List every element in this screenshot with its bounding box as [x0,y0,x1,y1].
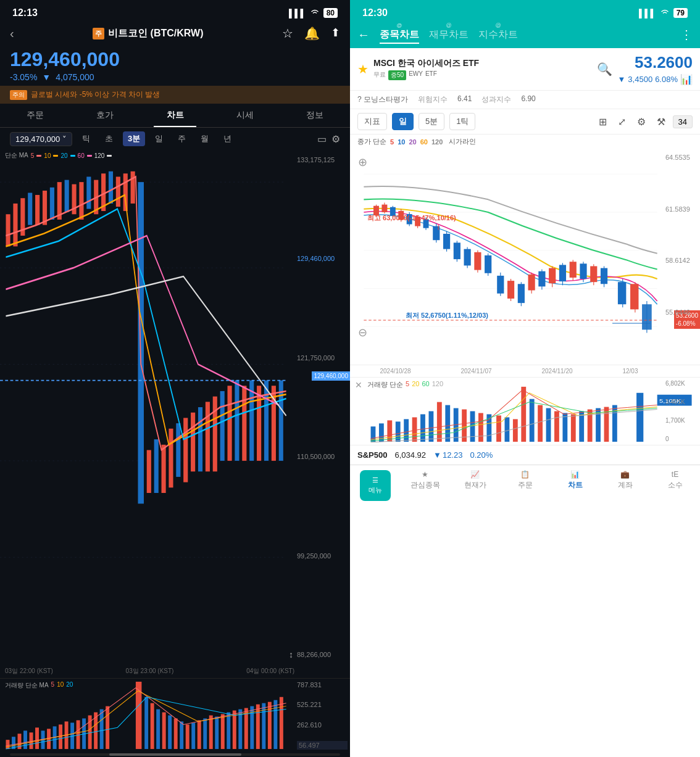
svg-rect-150 [379,423,384,442]
svg-rect-10 [43,191,47,225]
grid-icon-right[interactable]: ⊞ [596,114,609,130]
tab-info-left[interactable]: 정보 [280,104,350,127]
vol-label-4: 56.497 [297,741,348,750]
vol-r-3: 1,700K [665,417,698,424]
warning-bar: 주의 글로벌 시세와 -5% 이상 가격 차이 발생 [0,86,350,104]
svg-rect-179 [636,393,643,442]
main-price-left: 129,460,000 [10,48,340,71]
nav-account[interactable]: 💼 계좌 [600,465,650,506]
svg-rect-86 [280,697,283,749]
svg-rect-13 [65,180,69,212]
annotation-high: 최고 63,0050(-15.47%,10/16) [367,213,456,223]
timeframe-year[interactable]: 년 [219,131,236,146]
svg-rect-23 [138,182,144,503]
svg-rect-156 [428,412,433,442]
svg-rect-27 [169,429,173,488]
time-2: 03일 23:00 (KST) [126,667,174,676]
nav-order[interactable]: 📋 주문 [500,465,550,506]
svg-rect-8 [28,193,32,225]
bell-icon-left[interactable]: 🔔 [304,26,320,41]
search-icon-right[interactable]: 🔍 [597,62,612,77]
svg-rect-109 [443,234,450,249]
price-labels-left: 133,175,125 129,460,000 121,750,000 110,… [294,150,350,664]
btn-5min[interactable]: 5분 [419,113,444,130]
tools-icon-right[interactable]: ⚒ [654,114,668,130]
change-arrow-left: ▼ [42,72,51,82]
svg-rect-36 [235,381,239,461]
tag-free: 무료 [373,70,386,80]
candlestick-type-btn[interactable]: ▭ [317,133,327,145]
svg-rect-155 [420,414,425,442]
timeframe-week[interactable]: 주 [173,131,191,146]
star-icon-left[interactable]: ☆ [282,26,293,41]
stock-name-kr: MSCI 한국 아이세어즈 ETF [373,58,592,69]
svg-rect-75 [215,716,219,749]
tab-order-left[interactable]: 주문 [0,104,70,127]
vol-label-1: 787.831 [297,681,348,689]
svg-rect-125 [528,275,535,291]
btn-1tick[interactable]: 1틱 [449,113,475,130]
timeframe-sec[interactable]: 초 [100,131,118,146]
stock-title-left[interactable]: 비트코인 (BTC/KRW) [108,27,203,40]
vol-label-2: 525.221 [297,701,348,708]
signal-right: ▌▌▌ [639,9,656,18]
btn-indicator[interactable]: 지표 [357,113,387,130]
tab-stock-chart[interactable]: @ 종목차트 [380,28,419,41]
current-price-badge-left: 129,460,000 [312,371,350,381]
tab-index-chart[interactable]: @ 지수차트 [478,28,518,41]
svg-rect-31 [198,407,202,471]
btn-day[interactable]: 일 [392,113,414,130]
tab-sise-left[interactable]: 시세 [210,104,280,127]
star-icon-right[interactable]: ★ [357,62,369,77]
svg-rect-119 [497,276,504,294]
svg-rect-25 [154,439,159,493]
back-btn-right[interactable]: ← [357,28,370,42]
zoom-out-btn[interactable]: ⊖ [355,325,370,340]
svg-rect-15 [79,182,83,220]
svg-rect-26 [162,445,166,493]
r-time-2: 2024/11/07 [460,368,491,374]
stock-price-right: 53.2600 ▼ 3,4500 6.08% 📊 [617,53,693,85]
change-amount-right: 3,4500 [628,75,652,84]
price-label-5: 99,250,000 [297,552,348,560]
order-price-left[interactable]: 129,470,000 ˅ [10,132,72,146]
settings-icon-left[interactable]: ⚙ [331,133,340,145]
scrollbar-left[interactable] [10,753,340,756]
volume-section-left: 거래량 단순 MA 5 10 20 [0,678,350,752]
change-percent-left: -3.05% [10,72,37,82]
timeframe-3min[interactable]: 3분 [123,131,145,146]
svg-rect-33 [213,397,217,472]
svg-rect-24 [147,450,151,494]
svg-rect-22 [131,172,135,204]
tab-hoga-left[interactable]: 호가 [70,104,140,127]
expand-icon-right[interactable]: ⤢ [615,114,628,130]
perf-label: 성과지수 [481,94,511,105]
svg-rect-167 [521,387,526,442]
nav-decimal[interactable]: tE 소수 [650,465,700,506]
back-btn-left[interactable]: ‹ [10,27,14,41]
share-icon-left[interactable]: ⬆ [331,26,340,41]
settings-icon-right[interactable]: ⚙ [635,114,648,130]
timeframe-month[interactable]: 월 [196,131,214,146]
nav-menu-btn[interactable]: ☰ 메뉴 [350,465,400,506]
close-volume-btn[interactable]: ✕ [355,380,362,390]
nav-current-price[interactable]: 📈 현재가 [450,465,500,506]
nav-chart-tab[interactable]: 📊 차트 [550,465,600,506]
svg-rect-53 [59,724,62,749]
svg-rect-65 [156,709,160,749]
svg-rect-161 [470,412,475,442]
wifi-right [660,9,670,18]
tab-financial-chart[interactable]: @ 재무차트 [429,28,469,41]
tab-bar-left: 주문 호가 차트 시세 정보 [0,104,350,128]
svg-rect-35 [227,386,231,461]
vol-price-labels-right: 6,802K 3,401K 1,700K 0 [663,378,700,445]
expand-chart-btn-left[interactable]: ↕ [289,650,293,660]
timeframe-day[interactable]: 일 [150,131,168,146]
zoom-in-btn[interactable]: ⊕ [355,155,370,170]
timeframe-tick[interactable]: 틱 [77,131,95,146]
nav-watchlist[interactable]: ★ 관심종목 [400,465,450,506]
order-icon: 📋 [520,470,530,479]
more-icon-right[interactable]: ⋮ [680,27,693,42]
svg-rect-5 [6,214,10,246]
tab-chart-left[interactable]: 차트 [140,104,210,127]
